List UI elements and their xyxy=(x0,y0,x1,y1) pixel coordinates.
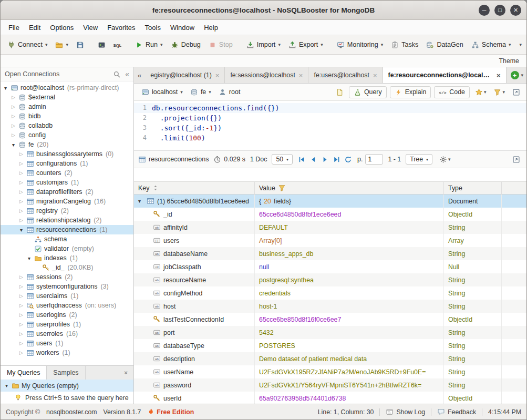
menu-edit[interactable]: Edit xyxy=(24,22,45,34)
tree-item-root-localhost[interactable]: ▾root@localhost(rs-primary-direct) xyxy=(1,83,133,93)
export-button[interactable]: Export▾ xyxy=(285,39,327,51)
expand-arrow-icon[interactable]: ▷ xyxy=(18,312,24,317)
expand-arrow-icon[interactable]: ▷ xyxy=(18,208,24,213)
new-tab-button[interactable]: + xyxy=(511,71,519,79)
last-page-icon[interactable] xyxy=(332,155,341,164)
tab-fe-users-localhost[interactable]: fe:users@localhost× xyxy=(308,67,383,83)
collapse-arrow-icon[interactable]: ▾ xyxy=(18,227,24,233)
editor-line-3[interactable]: 3 .sort({_id:-1}) xyxy=(134,123,526,133)
expand-arrow-icon[interactable]: ▷ xyxy=(18,218,24,223)
results-settings-button[interactable]: ▾ xyxy=(437,154,453,165)
tree-item-fe[interactable]: ▾fe(20) xyxy=(1,140,133,149)
editor-line-4[interactable]: 4 .limit(100) xyxy=(134,133,526,143)
grid-row-affinityid[interactable]: abaffinityIdDEFAULTString xyxy=(134,221,526,234)
tree-item-relationshipcatalog[interactable]: ▷relationshipcatalog(2) xyxy=(1,216,133,225)
tree-item-validator[interactable]: validator(empty) xyxy=(1,244,133,253)
feedback-button[interactable]: Feedback xyxy=(437,408,476,416)
grid-row-description[interactable]: abdescriptionDemo dataset of patient med… xyxy=(134,352,526,365)
user-selector[interactable]: root xyxy=(215,87,244,98)
expand-arrow-icon[interactable]: ▷ xyxy=(18,284,24,289)
expand-arrow-icon[interactable]: ▷ xyxy=(11,123,16,128)
free-edition-badge[interactable]: Free Edition xyxy=(147,408,194,416)
menu-view[interactable]: View xyxy=(78,22,102,34)
expand-arrow-icon[interactable]: ▷ xyxy=(11,114,16,119)
tree-item-dataprofilefilters[interactable]: ▷dataprofilefilters(2) xyxy=(1,187,133,197)
maximize-button[interactable]: □ xyxy=(494,5,505,16)
stop-button[interactable]: Stop xyxy=(205,39,236,51)
tree-item-bidb[interactable]: ▷bidb xyxy=(1,111,133,121)
expand-arrow-icon[interactable]: ▷ xyxy=(18,293,24,299)
collapse-arrow-icon[interactable]: ▾ xyxy=(26,255,32,261)
tree-item-schema[interactable]: schema xyxy=(1,234,133,244)
site-text[interactable]: nosqlbooster.com xyxy=(46,408,97,416)
editor-line-1[interactable]: 1db.resourceconnections.find({}) xyxy=(134,103,526,113)
tree-item-customjars[interactable]: ▷customjars(1) xyxy=(1,178,133,187)
monitoring-button[interactable]: Monitoring▾ xyxy=(333,39,387,51)
grid-row-lasttestconnectionid[interactable]: lastTestConnectionId65cce6be850d8f16f0ce… xyxy=(134,313,526,326)
host-selector[interactable]: localhost ▾ xyxy=(138,87,186,98)
grid-row-password[interactable]: abpasswordU2FsdGVkX1/Y564ryVFMpniST6Y541… xyxy=(134,378,526,392)
tree-item-userlogins[interactable]: ▷userlogins(2) xyxy=(1,310,133,320)
expand-arrow-icon[interactable]: ▷ xyxy=(18,199,24,204)
tree-item-users[interactable]: ▷users(1) xyxy=(1,339,133,348)
tree-item-workers[interactable]: ▷workers(1) xyxy=(1,348,133,357)
page-size-select[interactable]: 50 ▾ xyxy=(272,154,293,165)
tab-close-icon[interactable]: × xyxy=(215,71,220,79)
expand-results-button[interactable] xyxy=(510,154,522,165)
collapse-sidebar-icon[interactable]: « xyxy=(125,70,129,78)
tree-item-userclaims[interactable]: ▷userclaims(1) xyxy=(1,291,133,301)
tree-item-migrationcangelog[interactable]: ▷migrationCangelog(16) xyxy=(1,197,133,206)
editor-line-2[interactable]: 2 .projection({}) xyxy=(134,113,526,123)
tab-fe-resourceconnections-localhost[interactable]: fe:resourceconnections@localhost× xyxy=(383,67,507,83)
grid-row-resourcename[interactable]: abresourceNamepostgresql:syntheaString xyxy=(134,273,526,286)
grid-row-id[interactable]: _id65cce6d4850d8fbf1ece6eedObjectId xyxy=(134,208,526,221)
tree-item-external[interactable]: ▷$external xyxy=(1,93,133,102)
import-button[interactable]: Import▾ xyxy=(243,39,284,51)
show-log-button[interactable]: Show Log xyxy=(386,408,425,416)
collapse-arrow-icon[interactable]: ▾ xyxy=(3,85,8,91)
shell-button[interactable] xyxy=(94,39,109,51)
tab-samples[interactable]: Samples xyxy=(47,366,85,380)
grid-row-jobclasspath[interactable]: niljobClasspathnullNull xyxy=(134,260,526,273)
collapse-arrow-icon[interactable]: ▾ xyxy=(4,383,9,388)
key-column-header[interactable]: Key xyxy=(134,182,255,194)
grid-row-configmethod[interactable]: abconfigMethodcredentialsString xyxy=(134,286,526,300)
tasks-button[interactable]: Tasks xyxy=(387,39,422,51)
my-queries-root[interactable]: ▾ My Queries (empty) xyxy=(1,380,133,392)
expand-arrow-icon[interactable]: ▷ xyxy=(18,189,24,194)
code-button[interactable]: </> Code xyxy=(434,86,470,98)
collapse-arrow-icon[interactable]: ▾ xyxy=(138,198,144,204)
grid-row-databasetype[interactable]: abdatabaseTypePOSTGRESString xyxy=(134,339,526,352)
tree-item-indexes[interactable]: ▾indexes(1) xyxy=(1,253,133,263)
script-button[interactable] xyxy=(334,87,346,98)
collapse-arrow-icon[interactable]: ▾ xyxy=(11,142,16,148)
tree-item-userprofiles[interactable]: ▷userprofiles(1) xyxy=(1,320,133,329)
expand-arrow-icon[interactable]: ▷ xyxy=(18,322,24,327)
expand-arrow-icon[interactable]: ▷ xyxy=(18,331,24,336)
menu-help[interactable]: Help xyxy=(199,22,223,34)
tree-item-collabdb[interactable]: ▷collabdb xyxy=(1,121,133,130)
tree-item-userroles[interactable]: ▷userroles(16) xyxy=(1,329,133,339)
connect-button[interactable]: Connect▾ xyxy=(4,39,51,51)
expand-arrow-icon[interactable]: ▷ xyxy=(11,132,16,138)
sql-button[interactable]: SQL xyxy=(110,39,125,51)
expand-arrow-icon[interactable]: ▷ xyxy=(18,303,24,308)
tab-my-queries[interactable]: My Queries xyxy=(1,366,47,380)
tab-egistry-localhost-1[interactable]: egistry@localhost (1)× xyxy=(145,67,225,83)
grid-row-userid[interactable]: userId65a902763958d574401d6738ObjectId xyxy=(134,392,526,404)
tab-close-icon[interactable]: × xyxy=(497,71,501,79)
filter-button[interactable]: ▾ xyxy=(491,87,507,98)
expand-arrow-icon[interactable]: ▷ xyxy=(18,180,24,185)
menu-file[interactable]: File xyxy=(4,22,24,34)
tree-item-sessions[interactable]: ▷sessions(2) xyxy=(1,272,133,282)
favorites-button[interactable]: ▾ xyxy=(473,87,489,98)
page-input[interactable] xyxy=(365,154,383,165)
schema-button[interactable]: Schema▾ xyxy=(468,39,515,51)
first-page-icon[interactable] xyxy=(297,155,306,164)
open-button[interactable]: ▾ xyxy=(51,39,72,51)
tab-fe-sessions-localhost[interactable]: fe:sessions@localhost× xyxy=(225,67,308,83)
grid-row-username[interactable]: abuserNameU2FsdGVkX195RZzJfANiP7a2M/enoJ… xyxy=(134,365,526,378)
menu-tools[interactable]: Tools xyxy=(140,22,166,34)
expand-editor-button[interactable] xyxy=(510,87,522,98)
previous-page-icon[interactable] xyxy=(309,155,318,164)
